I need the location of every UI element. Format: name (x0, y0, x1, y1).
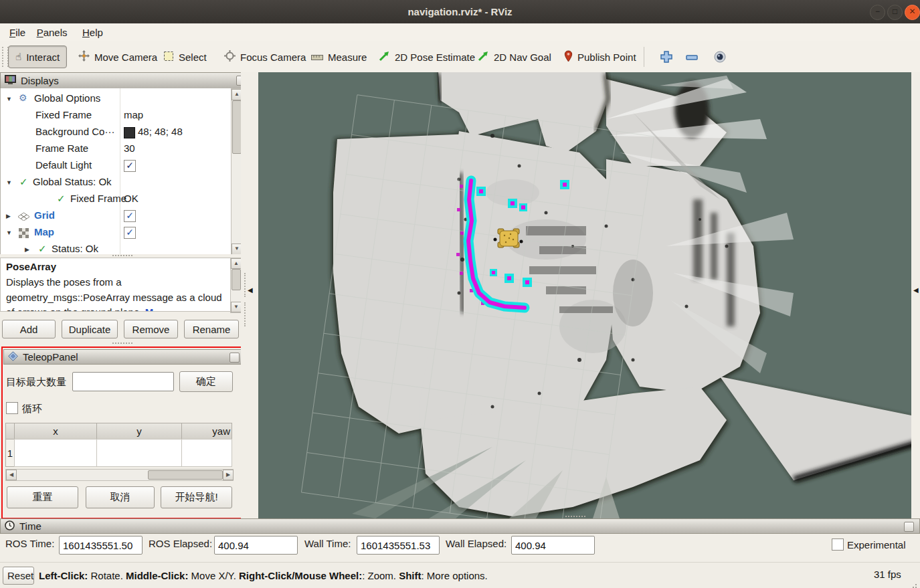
check-icon: ✓ (57, 193, 66, 205)
wall-elapsed-input[interactable] (511, 536, 595, 555)
loop-checkbox[interactable] (6, 402, 18, 414)
duplicate-button[interactable]: Duplicate (62, 320, 118, 338)
column-header-yaw[interactable]: yaw (181, 423, 232, 439)
scroll-up-button[interactable]: ▲ (231, 258, 242, 269)
maximize-button[interactable]: □ (887, 5, 903, 20)
scroll-left-button[interactable]: ◀ (6, 470, 17, 480)
ros-elapsed-input[interactable] (214, 536, 298, 555)
map-pin-icon (564, 50, 573, 64)
tree-row-fixed-frame-status[interactable]: ✓ Fixed Frame OK (1, 191, 231, 208)
tree-row-background-color[interactable]: Background Co··· 48; 48; 48 (1, 124, 231, 141)
collapse-right-arrow-icon[interactable]: ◀ (913, 286, 919, 294)
rviz-window: navigation.rviz* - RViz − □ ✕ File Panel… (0, 0, 920, 588)
scroll-down-button[interactable]: ▼ (232, 243, 242, 254)
map-checkbox[interactable]: ✓ (124, 227, 136, 239)
tree-row-map[interactable]: ▼ Map ✓ (1, 225, 231, 241)
scroll-up-button[interactable]: ▲ (232, 89, 242, 100)
description-panel: PoseArray Displays the poses from a geom… (0, 258, 241, 312)
tree-row-fixed-frame[interactable]: Fixed Frame map (1, 108, 231, 124)
pose-estimate-tool[interactable]: 2D Pose Estimate (379, 41, 475, 72)
add-button[interactable]: Add (2, 320, 56, 338)
view-controller-button[interactable] (713, 50, 727, 66)
rename-button[interactable]: Rename (184, 320, 239, 338)
color-swatch[interactable] (124, 127, 135, 138)
scroll-down-button[interactable]: ▼ (231, 302, 242, 312)
expander-icon[interactable]: ▼ (6, 179, 12, 186)
cell-x[interactable] (14, 439, 97, 467)
remove-button[interactable]: Remove (124, 320, 178, 338)
expander-icon[interactable]: ▶ (25, 246, 29, 253)
more-link[interactable]: M (145, 306, 154, 312)
hand-pointer-icon: ☝ (15, 51, 21, 63)
3d-viewport[interactable] (258, 72, 911, 518)
scroll-right-button[interactable]: ▶ (223, 470, 234, 480)
menu-panels[interactable]: Panels (33, 25, 72, 39)
cell-y[interactable] (96, 439, 182, 467)
reset-button[interactable]: Reset (3, 567, 34, 585)
select-tool[interactable]: Select (163, 41, 207, 72)
minimize-button[interactable]: − (870, 5, 885, 20)
scrollbar-thumb[interactable] (148, 470, 223, 480)
max-goals-input[interactable] (72, 372, 174, 391)
displays-tree[interactable]: ▼ ⚙ Global Options Fixed Frame map Backg… (0, 88, 242, 254)
toolbar: ☝ Interact Move Camera Select Focus Came… (0, 41, 920, 73)
tree-row-global-options[interactable]: ▼ ⚙ Global Options (1, 91, 231, 108)
nav-goal-tool[interactable]: 2D Nav Goal (478, 41, 551, 72)
tree-row-frame-rate[interactable]: Frame Rate 30 (1, 141, 231, 158)
expander-icon[interactable]: ▼ (6, 229, 12, 236)
column-header-x[interactable]: x (14, 423, 97, 439)
measure-tool[interactable]: Measure (311, 41, 367, 72)
ros-time-input[interactable] (59, 536, 143, 555)
wall-time-input[interactable] (357, 536, 440, 555)
window-titlebar[interactable]: navigation.rviz* - RViz − □ ✕ (0, 0, 920, 24)
menu-file[interactable]: File (5, 25, 29, 39)
float-panel-button[interactable] (904, 522, 914, 532)
zoom-in-button[interactable] (660, 50, 673, 66)
close-button[interactable]: ✕ (905, 5, 920, 20)
collapse-left-arrow-icon[interactable]: ◀ (248, 286, 253, 294)
right-dock-splitter[interactable]: ◀ (911, 72, 920, 518)
scrollbar-thumb[interactable] (232, 100, 242, 154)
focus-camera-tool[interactable]: Focus Camera (224, 41, 306, 72)
reset-goals-button[interactable]: 重置 (7, 486, 78, 508)
left-dock-splitter[interactable]: ◀ (241, 72, 258, 518)
displays-panel-header[interactable]: Displays (0, 72, 250, 89)
tree-row-default-light[interactable]: Default Light ✓ (1, 158, 231, 175)
green-arrow-icon (379, 50, 390, 64)
wall-elapsed-label: Wall Elapsed: (446, 538, 507, 549)
teleop-panel-header[interactable]: TeleopPanel (3, 349, 244, 365)
zoom-out-button[interactable] (685, 52, 699, 64)
tree-scrollbar[interactable]: ▲ ▼ (231, 88, 242, 254)
move-camera-tool[interactable]: Move Camera (78, 41, 157, 72)
description-heading: PoseArray (6, 261, 56, 272)
time-panel-header[interactable]: Time (0, 518, 920, 534)
table-hscrollbar[interactable]: ◀ ▶ (5, 469, 234, 481)
loop-label: 循环 (22, 403, 42, 415)
clock-icon (5, 520, 15, 532)
resize-grip[interactable] (915, 584, 917, 585)
ruler-icon (311, 52, 323, 63)
window-title: navigation.rviz* - RViz (0, 0, 920, 23)
float-panel-button[interactable] (229, 353, 240, 363)
tree-row-grid[interactable]: ▶ Grid ✓ (1, 208, 231, 225)
interact-tool-button[interactable]: ☝ Interact (8, 45, 67, 68)
confirm-button[interactable]: 确定 (179, 371, 233, 392)
tree-row-map-status[interactable]: ▶ ✓ Status: Ok (1, 241, 231, 254)
start-navigation-button[interactable]: 开始导航! (161, 486, 232, 508)
column-header-y[interactable]: y (96, 423, 182, 439)
diamond-icon (8, 351, 18, 363)
experimental-checkbox[interactable] (832, 538, 844, 551)
grid-checkbox[interactable]: ✓ (124, 210, 136, 222)
expander-icon[interactable]: ▼ (6, 96, 12, 102)
menu-help[interactable]: Help (78, 25, 107, 39)
tree-row-global-status[interactable]: ▼ ✓ Global Status: Ok (1, 175, 231, 191)
default-light-checkbox[interactable]: ✓ (124, 160, 136, 172)
cell-yaw[interactable] (181, 439, 232, 467)
goals-table[interactable]: x y yaw 1 (5, 423, 232, 467)
expander-icon[interactable]: ▶ (6, 213, 11, 219)
row-header[interactable]: 1 (5, 439, 15, 467)
publish-point-tool[interactable]: Publish Point (564, 41, 636, 72)
panel-splitter[interactable] (112, 342, 132, 346)
cancel-button[interactable]: 取消 (86, 486, 155, 508)
scrollbar-thumb[interactable] (232, 269, 241, 290)
